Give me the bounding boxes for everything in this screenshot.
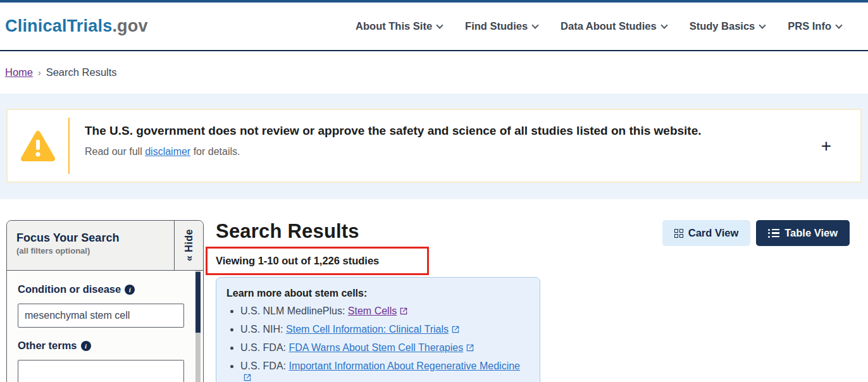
- viewing-count-text: Viewing 1-10 out of 1,226 studies: [216, 255, 379, 266]
- results-heading-block: Search Results Viewing 1-10 out of 1,226…: [216, 220, 429, 275]
- alert-subtext-suffix: for details.: [190, 146, 240, 157]
- info-icon[interactable]: i: [81, 341, 91, 351]
- sidebar-scrollbar-track[interactable]: [195, 271, 201, 382]
- sidebar-hide-label: « Hide: [183, 229, 195, 261]
- nav-about-this-site[interactable]: About This Site: [356, 20, 442, 32]
- nav-label: About This Site: [356, 20, 432, 32]
- info-item-prefix: U.S. FDA:: [240, 342, 288, 353]
- condition-input[interactable]: [18, 304, 184, 328]
- main-nav: About This Site Find Studies Data About …: [356, 20, 841, 32]
- filters-sidebar: Focus Your Search (all filters optional)…: [6, 220, 204, 382]
- nav-label: Find Studies: [465, 20, 528, 32]
- condition-field-group: Condition or disease i: [18, 283, 184, 328]
- nav-prs-info[interactable]: PRS Info: [788, 20, 841, 32]
- warning-icon-column: [8, 110, 68, 182]
- results-top-row: Search Results Viewing 1-10 out of 1,226…: [216, 220, 868, 275]
- alert-title: The U.S. government does not review or a…: [85, 124, 702, 138]
- chevron-down-icon: [835, 22, 842, 28]
- external-link-icon: [466, 343, 474, 355]
- breadcrumb-separator: ›: [38, 68, 41, 78]
- stem-cells-info-box: Learn more about stem cells: U.S. NLM Me…: [216, 277, 540, 382]
- list-item: U.S. FDA: Important Information About Re…: [240, 360, 528, 382]
- stem-cell-information-link[interactable]: Stem Cell Information: Clinical Trials: [286, 324, 449, 335]
- table-view-icon: [768, 229, 779, 238]
- breadcrumb-current: Search Results: [46, 66, 117, 78]
- logo-suffix: .gov: [112, 16, 147, 35]
- table-view-button[interactable]: Table View: [756, 220, 850, 246]
- sidebar-header: Focus Your Search (all filters optional)…: [7, 221, 203, 271]
- info-item-prefix: U.S. FDA:: [240, 360, 288, 371]
- nav-data-about-studies[interactable]: Data About Studies: [561, 20, 667, 32]
- chevron-down-icon: [660, 22, 667, 28]
- site-logo[interactable]: ClinicalTrials.gov: [5, 16, 148, 36]
- sidebar-title: Focus Your Search: [16, 231, 174, 245]
- card-view-icon: [674, 229, 683, 238]
- sidebar-hide-button[interactable]: « Hide: [174, 221, 203, 270]
- alert-text: The U.S. government does not review or a…: [70, 110, 702, 182]
- other-terms-input[interactable]: [18, 360, 184, 382]
- results-main: Search Results Viewing 1-10 out of 1,226…: [204, 220, 868, 382]
- sidebar-subtitle: (all filters optional): [16, 246, 174, 256]
- page: ClinicalTrials.gov About This Site Find …: [0, 0, 868, 382]
- nav-label: PRS Info: [788, 20, 831, 32]
- warning-icon: [20, 130, 56, 163]
- card-view-label: Card View: [688, 227, 738, 239]
- chevron-down-icon: [759, 22, 766, 28]
- alert-expand-button[interactable]: +: [821, 137, 831, 155]
- alert-subtext: Read our full disclaimer for details.: [85, 146, 702, 157]
- stem-cells-link[interactable]: Stem Cells: [348, 305, 397, 316]
- nav-label: Study Basics: [690, 20, 755, 32]
- chevron-down-icon: [436, 22, 443, 28]
- disclaimer-alert-card: The U.S. government does not review or a…: [6, 109, 862, 183]
- regenerative-medicine-link[interactable]: Important Information About Regenerative…: [288, 360, 520, 371]
- site-header: ClinicalTrials.gov About This Site Find …: [0, 3, 868, 51]
- nav-label: Data About Studies: [561, 20, 657, 32]
- other-terms-label: Other terms i: [18, 340, 184, 352]
- other-terms-label-text: Other terms: [18, 340, 77, 352]
- content-area: Focus Your Search (all filters optional)…: [0, 199, 868, 382]
- breadcrumb: Home › Search Results: [0, 51, 868, 94]
- condition-label: Condition or disease i: [18, 283, 184, 295]
- list-item: U.S. NLM MedlinePlus: Stem Cells: [240, 305, 528, 318]
- info-links-list: U.S. NLM MedlinePlus: Stem Cells U.S. NI…: [226, 305, 528, 382]
- sidebar-header-text: Focus Your Search (all filters optional): [7, 221, 174, 270]
- info-item-prefix: U.S. NLM MedlinePlus:: [240, 305, 348, 316]
- breadcrumb-home-link[interactable]: Home: [5, 66, 33, 78]
- external-link-icon: [451, 325, 460, 336]
- list-item: U.S. NIH: Stem Cell Information: Clinica…: [240, 324, 528, 336]
- nav-study-basics[interactable]: Study Basics: [690, 20, 766, 32]
- sidebar-scrollbar-thumb[interactable]: [195, 272, 201, 333]
- condition-label-text: Condition or disease: [18, 283, 121, 295]
- info-item-prefix: U.S. NIH:: [240, 324, 286, 335]
- logo-primary: ClinicalTrials: [5, 16, 112, 35]
- page-title: Search Results: [216, 220, 429, 243]
- sidebar-body: Condition or disease i Other terms i: [7, 271, 203, 382]
- external-link-icon: [399, 307, 408, 318]
- table-view-label: Table View: [784, 227, 838, 239]
- nav-find-studies[interactable]: Find Studies: [465, 20, 538, 32]
- info-box-title: Learn more about stem cells:: [226, 288, 528, 299]
- disclaimer-link[interactable]: disclaimer: [145, 146, 190, 157]
- disclaimer-alert-band: The U.S. government does not review or a…: [0, 94, 868, 199]
- view-toggle-buttons: Card View Table View: [662, 220, 850, 246]
- annotation-highlight-box: Viewing 1-10 out of 1,226 studies: [206, 247, 429, 275]
- list-item: U.S. FDA: FDA Warns About Stem Cell Ther…: [240, 342, 528, 355]
- fda-warns-link[interactable]: FDA Warns About Stem Cell Therapies: [288, 342, 463, 353]
- card-view-button[interactable]: Card View: [662, 220, 750, 246]
- chevron-down-icon: [531, 22, 538, 28]
- external-link-icon: [243, 373, 252, 382]
- alert-subtext-prefix: Read our full: [85, 146, 145, 157]
- info-icon[interactable]: i: [125, 285, 135, 295]
- other-terms-field-group: Other terms i: [18, 340, 184, 382]
